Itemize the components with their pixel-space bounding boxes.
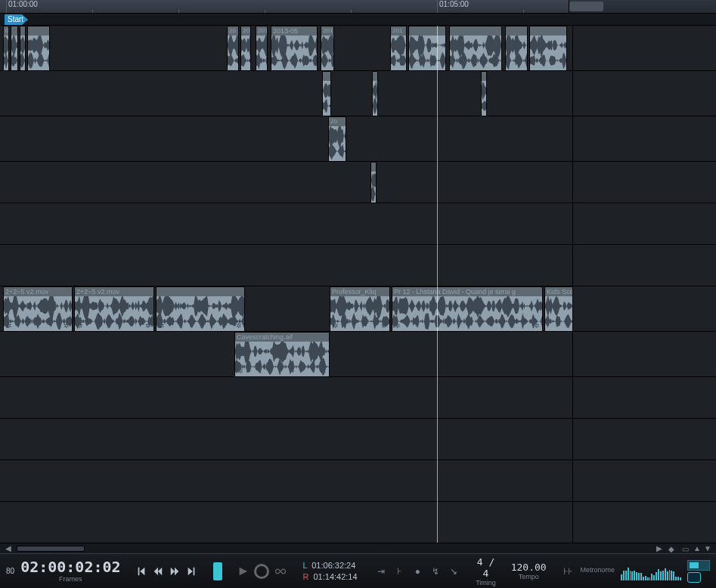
svg-marker-20 xyxy=(409,36,445,58)
audio-clip[interactable]: 2013-05 xyxy=(271,26,318,71)
clip-label: 201 xyxy=(256,26,267,36)
scroll-right-icon[interactable]: ▶ xyxy=(656,545,663,552)
zoom-full-icon[interactable]: ▭ xyxy=(680,545,690,552)
scroll-left-icon[interactable]: ◀ xyxy=(5,545,12,552)
clip-label xyxy=(506,26,527,36)
audio-clip[interactable] xyxy=(529,26,567,71)
clip-settings-icon[interactable]: ✲ xyxy=(321,367,327,375)
audio-clip[interactable]: Professor_Kliq✲✲ xyxy=(330,286,390,332)
clip-settings-icon[interactable]: ✲ xyxy=(333,322,339,330)
scroll-down-icon[interactable]: ▼ xyxy=(704,545,711,552)
track-header[interactable] xyxy=(573,245,716,286)
svg-marker-14 xyxy=(271,36,317,57)
track-header[interactable] xyxy=(573,116,716,162)
audio-clip[interactable] xyxy=(20,26,26,71)
track-header[interactable] xyxy=(573,203,716,245)
clip-settings-icon[interactable]: ✲ xyxy=(77,322,83,330)
track-header[interactable] xyxy=(573,71,716,116)
tool-icons-row1: ⇥ ⊦ ● ↯ ↘ xyxy=(375,566,460,577)
record-button[interactable] xyxy=(254,561,269,582)
time-signature-value: 4 / 4 xyxy=(476,556,496,579)
audio-clip[interactable]: 201 xyxy=(240,26,251,71)
locator-display[interactable]: L 01:06:32:24 R 01:14:42:14 xyxy=(302,560,357,582)
loop-button[interactable] xyxy=(275,561,286,582)
audio-clip[interactable] xyxy=(505,26,528,71)
clip-settings-icon[interactable]: ✲ xyxy=(64,322,70,330)
audio-clip[interactable]: 201 xyxy=(321,26,334,71)
marker-lane[interactable]: Start xyxy=(0,14,716,26)
rewind-button[interactable] xyxy=(153,563,163,580)
track-header[interactable] xyxy=(573,460,716,502)
autoscroll-icon[interactable]: ● xyxy=(411,566,423,577)
audio-clip[interactable] xyxy=(372,71,378,116)
svg-marker-18 xyxy=(391,36,406,57)
clip-label xyxy=(482,72,486,81)
clip-settings-icon[interactable]: ✲ xyxy=(6,322,12,330)
audio-clip[interactable]: 201 xyxy=(390,26,407,71)
ruler-tick: 01:05:00 xyxy=(437,0,469,13)
clip-label xyxy=(371,162,376,172)
metronome-section[interactable]: ⊦⊦Metronome xyxy=(562,566,615,577)
track-header[interactable] xyxy=(573,26,716,71)
zoom-vert-icon[interactable]: ◆ xyxy=(666,545,677,552)
clip-settings-icon[interactable]: ✲ xyxy=(237,367,243,375)
time-signature-display[interactable]: 4 / 4 Timing xyxy=(476,556,496,586)
forward-button[interactable] xyxy=(169,563,180,580)
overview-visible-region[interactable] xyxy=(569,2,603,11)
clip-waveform xyxy=(321,36,333,70)
ripple-icon[interactable]: ↯ xyxy=(429,566,442,577)
clip-label: 201 xyxy=(241,26,250,36)
audio-clip[interactable]: 2+2=5 v2.mov✲✲ xyxy=(3,286,73,332)
track-header[interactable] xyxy=(573,377,716,419)
clip-waveform xyxy=(373,81,377,116)
clip-waveform xyxy=(371,172,376,203)
audio-clip[interactable]: ✲✲ xyxy=(156,286,245,332)
audio-clip[interactable]: 20 xyxy=(227,26,239,71)
clip-settings-icon[interactable]: ✲ xyxy=(236,322,242,330)
precount-icon[interactable]: ⊦⊦ xyxy=(562,566,574,577)
audio-clip[interactable] xyxy=(27,26,50,71)
marker-start[interactable]: Start xyxy=(5,14,28,25)
scroll-thumb[interactable] xyxy=(17,546,85,552)
clip-settings-icon[interactable]: ✲ xyxy=(534,322,540,330)
horizontal-scrollbar[interactable]: ◀ ▶ ◆ ▭ ▲ ▼ xyxy=(0,543,716,553)
tempo-display[interactable]: 120.00 Tempo xyxy=(511,562,547,580)
play-button[interactable] xyxy=(237,561,248,582)
track-header[interactable] xyxy=(573,162,716,203)
autopunch-icon[interactable]: ↘ xyxy=(448,566,460,577)
audio-clip[interactable]: Cavescratching.aif✲✲ xyxy=(234,332,330,377)
audio-clip[interactable] xyxy=(408,26,446,71)
arrange-area[interactable]: 0202012012013-052012012013-0420201202+2=… xyxy=(0,26,716,543)
audio-clip[interactable]: 20 xyxy=(328,116,346,162)
audio-clip[interactable] xyxy=(322,71,331,116)
clip-settings-icon[interactable]: ✲ xyxy=(159,322,165,330)
audio-clip[interactable] xyxy=(370,162,377,203)
clip-settings-icon[interactable]: ✲ xyxy=(381,322,387,330)
clip-settings-icon[interactable]: ✲ xyxy=(395,322,401,330)
audio-clip[interactable]: Pr 12 - Lhstana David - Quand je serai g… xyxy=(392,286,543,332)
goto-end-button[interactable] xyxy=(186,563,197,580)
audio-clip[interactable]: 201 xyxy=(256,26,268,71)
clip-label xyxy=(323,72,330,81)
audio-clip[interactable]: 0 xyxy=(3,26,9,71)
clip-label: 2+2=5 v2.mov xyxy=(75,287,153,296)
track-header[interactable] xyxy=(573,286,716,332)
track-header[interactable] xyxy=(573,332,716,377)
svg-marker-22 xyxy=(450,36,501,57)
scroll-up-icon[interactable]: ▲ xyxy=(693,545,701,552)
preroll-value[interactable]: 80 xyxy=(6,567,14,575)
timeline-overview[interactable] xyxy=(569,0,716,14)
clip-settings-icon[interactable]: ✲ xyxy=(145,322,151,330)
svg-marker-34 xyxy=(323,83,330,98)
main-time-display[interactable]: 02:00:02:02 Frames xyxy=(20,559,120,583)
audio-clip[interactable] xyxy=(11,26,18,71)
stop-button[interactable] xyxy=(213,562,222,580)
audio-clip[interactable]: 2+2=5 v2.mov✲✲ xyxy=(74,286,154,332)
audio-clip[interactable] xyxy=(481,71,487,116)
track-header[interactable] xyxy=(573,419,716,460)
audio-clip[interactable] xyxy=(449,26,502,71)
snap-icon[interactable]: ⇥ xyxy=(375,566,387,577)
goto-start-button[interactable] xyxy=(136,563,147,580)
cursor-follow-icon[interactable]: ⊦ xyxy=(393,566,405,577)
ruler-tick: 01:00:00 xyxy=(6,0,38,13)
